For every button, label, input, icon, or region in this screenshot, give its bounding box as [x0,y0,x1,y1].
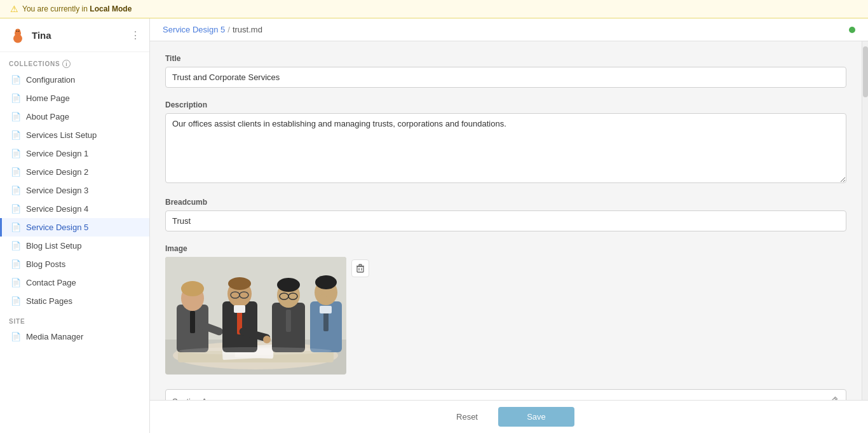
title-field-group: Title [165,54,846,88]
breadcumb-label: Breadcumb [165,198,846,207]
sidebar-menu-button[interactable]: ⋮ [130,29,140,41]
sidebar-item-label: Media Manager [26,332,83,341]
svg-point-43 [179,347,332,355]
breadcrumb-nav: Service Design 5 / trust.md [163,25,262,34]
sidebar-item-service-design-3[interactable]: 📄 Service Design 3 [0,181,149,200]
file-icon: 📄 [11,130,21,140]
file-icon: 📄 [11,186,21,195]
svg-point-29 [263,336,271,343]
svg-rect-24 [234,305,245,313]
sidebar-item-about-page[interactable]: 📄 About Page [0,107,149,126]
svg-rect-3 [15,32,17,39]
image-label: Image [165,244,846,253]
sidebar-item-home-page[interactable]: 📄 Home Page [0,89,149,107]
llama-icon [9,26,27,44]
sidebar: Tina ⋮ COLLECTIONS i 📄 Configuration 📄 H… [0,18,150,433]
sidebar-item-label: Static Pages [26,296,72,306]
site-section-label: SITE [0,310,149,327]
svg-point-39 [315,275,337,289]
svg-point-22 [228,277,251,290]
image-field-group: Image [165,244,846,376]
local-mode-banner: ⚠ You are currently in Local Mode [0,0,868,18]
file-icon: 📄 [11,278,21,287]
section-area-container: Section Area [165,389,846,400]
svg-rect-36 [286,310,291,332]
file-icon: 📄 [11,167,21,177]
file-icon: 📄 [11,75,21,85]
content-area: Service Design 5 / trust.md Title Descri… [150,18,868,433]
svg-rect-18 [190,311,195,333]
sidebar-item-label: Blog List Setup [26,241,81,251]
breadcrumb-current: trust.md [233,25,262,34]
file-icon: 📄 [11,259,21,269]
file-icon: 📄 [11,204,21,214]
sidebar-item-static-pages[interactable]: 📄 Static Pages [0,292,149,310]
section-area-field-group: Section Area [165,389,846,400]
sidebar-item-blog-posts[interactable]: 📄 Blog Posts [0,255,149,273]
meeting-image [165,257,346,375]
sidebar-item-blog-list-setup[interactable]: 📄 Blog List Setup [0,237,149,255]
file-icon: 📄 [11,112,21,121]
sidebar-item-services-list-setup[interactable]: 📄 Services List Setup [0,126,149,144]
breadcrumb-bar: Service Design 5 / trust.md [150,18,868,41]
banner-text: You are currently in Local Mode [22,4,132,13]
svg-point-40 [318,294,327,303]
scroll-rail [862,41,868,400]
file-icon: 📄 [11,223,21,232]
reset-button[interactable]: Reset [444,407,491,427]
breadcumb-input[interactable] [165,210,846,231]
sidebar-item-service-design-1[interactable]: 📄 Service Design 1 [0,144,149,163]
sidebar-item-label: About Page [26,112,69,121]
sidebar-item-service-design-5[interactable]: 📄 Service Design 5 [0,218,149,237]
image-container [165,257,346,375]
sidebar-item-label: Configuration [26,75,75,85]
collections-info-icon[interactable]: i [62,60,71,68]
breadcrumb-parent-link[interactable]: Service Design 5 [163,25,225,34]
sidebar-item-label: Contact Page [26,278,76,287]
warning-icon: ⚠ [10,4,18,14]
svg-point-17 [181,281,204,296]
collections-section-label: COLLECTIONS i [0,52,149,71]
delete-image-button[interactable] [351,259,369,277]
file-icon: 📄 [11,296,21,306]
svg-point-8 [18,31,19,32]
sidebar-item-label: Service Design 1 [26,149,88,158]
title-input[interactable] [165,67,846,88]
sidebar-item-configuration[interactable]: 📄 Configuration [0,71,149,89]
scroll-thumb[interactable] [863,46,868,97]
svg-point-32 [277,278,300,292]
sidebar-item-label: Service Design 5 [26,223,88,232]
svg-rect-42 [320,306,332,313]
svg-rect-44 [357,266,363,272]
file-icon: 📄 [11,332,21,341]
file-icon: 📄 [11,149,21,158]
sidebar-item-label: Service Design 4 [26,204,88,214]
breadcrumb-separator: / [227,25,230,34]
file-icon: 📄 [11,93,21,103]
brand: Tina [9,26,51,44]
sidebar-item-media-manager[interactable]: 📄 Media Manager [0,327,149,346]
form-scroll-area: Title Description Our offices assist cli… [150,41,862,400]
brand-name: Tina [32,30,51,41]
save-button[interactable]: Save [498,407,574,427]
sidebar-item-service-design-2[interactable]: 📄 Service Design 2 [0,163,149,181]
sidebar-item-service-design-4[interactable]: 📄 Service Design 4 [0,200,149,218]
description-field-group: Description Our offices assist clients i… [165,100,846,185]
edit-section-area-button[interactable] [828,395,839,400]
sidebar-item-label: Blog Posts [26,259,65,269]
sidebar-item-label: Services List Setup [26,130,97,140]
description-textarea[interactable]: Our offices assist clients in establishi… [165,113,846,183]
trash-icon [356,264,365,273]
sidebar-item-contact-page[interactable]: 📄 Contact Page [0,273,149,292]
title-label: Title [165,54,846,63]
sidebar-item-label: Home Page [26,93,70,103]
description-label: Description [165,100,846,109]
breadcumb-field-group: Breadcumb [165,198,846,231]
svg-rect-46 [359,265,362,266]
bottom-bar: Reset Save [150,400,868,433]
file-icon: 📄 [11,241,21,251]
sidebar-item-label: Service Design 2 [26,167,88,177]
svg-rect-4 [18,32,20,39]
sidebar-header: Tina ⋮ [0,18,149,52]
svg-point-7 [17,31,17,32]
